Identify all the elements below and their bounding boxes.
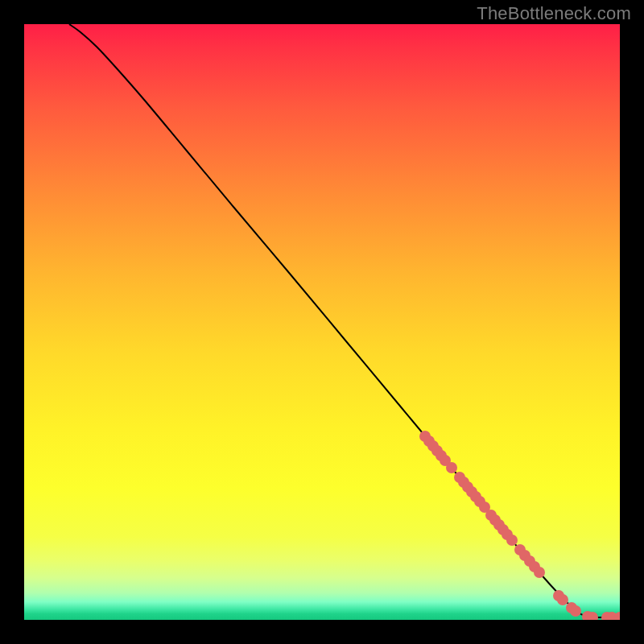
plot-area: [24, 24, 620, 620]
chart-dot: [446, 462, 457, 473]
chart-dot: [506, 535, 518, 546]
watermark-text: TheBottleneck.com: [477, 3, 631, 24]
chart-dot: [534, 567, 545, 578]
chart-frame: TheBottleneck.com: [0, 0, 644, 644]
chart-curve: [69, 24, 620, 617]
chart-dots: [419, 431, 620, 620]
chart-svg: [24, 24, 620, 620]
chart-dot: [557, 594, 568, 605]
chart-dot: [570, 605, 581, 617]
